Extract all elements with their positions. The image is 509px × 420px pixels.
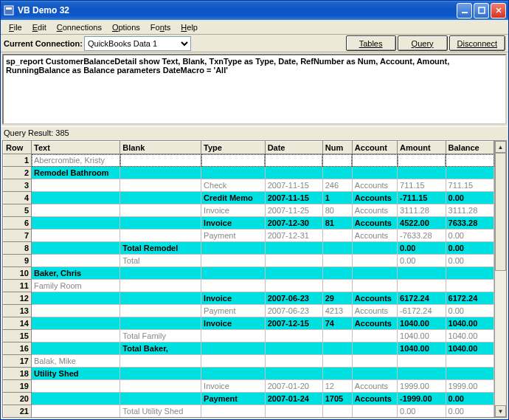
cell-type[interactable]	[201, 255, 266, 267]
row-number[interactable]: 19	[4, 380, 32, 393]
cell-amount[interactable]: 711.15	[398, 179, 446, 192]
menu-edit[interactable]: Edit	[27, 21, 52, 33]
table-row[interactable]: 3Check2007-11-15246Accounts711.15711.15	[4, 179, 494, 192]
scroll-track[interactable]	[495, 153, 506, 405]
cell-amount[interactable]: -6172.24	[398, 305, 446, 317]
cell-balance[interactable]	[446, 154, 494, 167]
cell-num[interactable]	[322, 355, 352, 368]
col-amount[interactable]: Amount	[398, 142, 446, 154]
tables-button[interactable]: Tables	[346, 35, 396, 51]
table-row[interactable]: 20Payment2007-01-241705Accounts-1999.000…	[4, 393, 494, 405]
table-row[interactable]: 5Invoice2007-11-2580Accounts3111.283111.…	[4, 204, 494, 217]
connection-select[interactable]: QuickBooks Data 1	[84, 36, 191, 51]
minimize-button[interactable]	[457, 3, 472, 18]
cell-account[interactable]: Accounts	[352, 317, 397, 330]
cell-account[interactable]: Accounts	[352, 292, 397, 305]
row-number[interactable]: 11	[4, 280, 32, 292]
row-number[interactable]: 4	[4, 192, 32, 204]
cell-num[interactable]: 246	[322, 179, 352, 192]
cell-amount[interactable]	[398, 355, 446, 368]
cell-type[interactable]	[201, 242, 266, 255]
scroll-thumb[interactable]	[495, 153, 506, 271]
table-row[interactable]: 14Invoice2007-12-1574Accounts1040.001040…	[4, 317, 494, 330]
table-row[interactable]: 16Total Baker,1040.001040.00	[4, 342, 494, 355]
cell-account[interactable]	[352, 405, 397, 418]
table-row[interactable]: 21Total Utility Shed0.000.00	[4, 405, 494, 418]
cell-text[interactable]	[32, 380, 120, 393]
cell-type[interactable]	[201, 280, 266, 292]
cell-text[interactable]	[32, 330, 120, 342]
cell-balance[interactable]: 1040.00	[446, 342, 494, 355]
cell-blank[interactable]	[120, 267, 201, 280]
cell-balance[interactable]	[446, 267, 494, 280]
cell-blank[interactable]	[120, 280, 201, 292]
menu-file[interactable]: File	[4, 21, 27, 33]
cell-amount[interactable]: -1999.00	[398, 393, 446, 405]
cell-blank[interactable]	[120, 292, 201, 305]
row-number[interactable]: 1	[4, 154, 32, 167]
titlebar[interactable]: VB Demo 32	[1, 1, 508, 20]
cell-type[interactable]: Invoice	[201, 380, 266, 393]
row-number[interactable]: 18	[4, 368, 32, 380]
cell-blank[interactable]	[120, 167, 201, 179]
cell-account[interactable]	[352, 330, 397, 342]
cell-text[interactable]	[32, 179, 120, 192]
cell-amount[interactable]: -7633.28	[398, 230, 446, 242]
cell-account[interactable]	[352, 167, 397, 179]
cell-amount[interactable]: 0.00	[398, 255, 446, 267]
cell-blank[interactable]	[120, 305, 201, 317]
table-row[interactable]: 8Total Remodel0.000.00	[4, 242, 494, 255]
cell-text[interactable]	[32, 393, 120, 405]
cell-num[interactable]	[322, 405, 352, 418]
menu-connections[interactable]: Connections	[52, 21, 107, 33]
cell-amount[interactable]	[398, 167, 446, 179]
cell-amount[interactable]: 1040.00	[398, 330, 446, 342]
cell-date[interactable]: 2007-11-15	[265, 179, 322, 192]
cell-date[interactable]	[265, 342, 322, 355]
cell-num[interactable]	[322, 230, 352, 242]
cell-num[interactable]: 74	[322, 317, 352, 330]
cell-account[interactable]	[352, 255, 397, 267]
cell-type[interactable]	[201, 355, 266, 368]
cell-blank[interactable]	[120, 380, 201, 393]
cell-date[interactable]	[265, 255, 322, 267]
cell-text[interactable]: Family Room	[32, 280, 120, 292]
cell-num[interactable]	[322, 280, 352, 292]
cell-date[interactable]: 2007-01-20	[265, 380, 322, 393]
row-number[interactable]: 16	[4, 342, 32, 355]
cell-amount[interactable]: 1040.00	[398, 317, 446, 330]
cell-balance[interactable]: 0.00	[446, 242, 494, 255]
cell-date[interactable]	[265, 330, 322, 342]
query-button[interactable]: Query	[398, 35, 448, 51]
table-row[interactable]: 13Payment2007-06-234213Accounts-6172.240…	[4, 305, 494, 317]
cell-balance[interactable]: 1040.00	[446, 317, 494, 330]
row-number[interactable]: 15	[4, 330, 32, 342]
cell-date[interactable]	[265, 355, 322, 368]
cell-amount[interactable]: 0.00	[398, 405, 446, 418]
cell-type[interactable]	[201, 368, 266, 380]
table-row[interactable]: 15Total Family1040.001040.00	[4, 330, 494, 342]
cell-blank[interactable]	[120, 368, 201, 380]
cell-date[interactable]	[265, 267, 322, 280]
cell-num[interactable]: 1	[322, 192, 352, 204]
cell-account[interactable]: Accounts	[352, 393, 397, 405]
cell-num[interactable]: 80	[322, 204, 352, 217]
cell-date[interactable]: 2007-12-31	[265, 230, 322, 242]
cell-date[interactable]: 2007-11-15	[265, 192, 322, 204]
vertical-scrollbar[interactable]: ▲ ▼	[494, 141, 506, 417]
cell-text[interactable]	[32, 242, 120, 255]
cell-date[interactable]: 2007-11-25	[265, 204, 322, 217]
cell-date[interactable]	[265, 167, 322, 179]
cell-date[interactable]: 2007-12-30	[265, 217, 322, 230]
cell-num[interactable]	[322, 154, 352, 167]
cell-num[interactable]: 81	[322, 217, 352, 230]
cell-num[interactable]	[322, 342, 352, 355]
col-text[interactable]: Text	[32, 142, 120, 154]
disconnect-button[interactable]: Disconnect	[449, 35, 505, 51]
row-number[interactable]: 14	[4, 317, 32, 330]
cell-account[interactable]	[352, 368, 397, 380]
cell-blank[interactable]	[120, 393, 201, 405]
cell-text[interactable]	[32, 255, 120, 267]
cell-blank[interactable]	[120, 355, 201, 368]
cell-amount[interactable]: -711.15	[398, 192, 446, 204]
